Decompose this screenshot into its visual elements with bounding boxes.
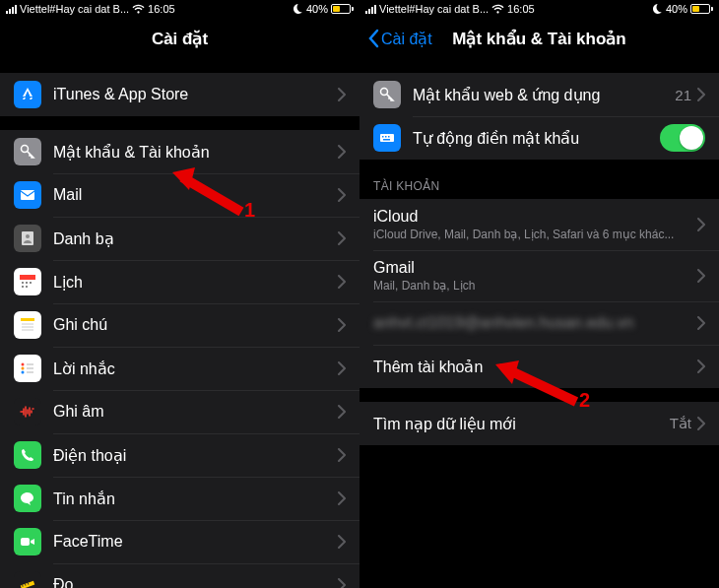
cell-account-custom[interactable]: anhvt.ct1019@anhvien.husan.edu.vn xyxy=(360,301,719,345)
settings-group-store: iTunes & App Store xyxy=(0,73,360,116)
cell-autofill-passwords[interactable]: Tự động điền mật khẩu xyxy=(360,116,719,160)
appstore-icon xyxy=(14,81,41,108)
cell-account-gmail[interactable]: Gmail Mail, Danh bạ, Lịch xyxy=(360,250,719,301)
svg-line-24 xyxy=(28,583,29,585)
cell-measure[interactable]: Đo xyxy=(0,563,360,588)
page-title: Cài đặt xyxy=(152,29,208,49)
cell-label: FaceTime xyxy=(53,533,338,551)
cell-messages[interactable]: Tin nhắn xyxy=(0,477,360,520)
cell-label: Mail xyxy=(53,186,338,204)
cell-subtitle: iCloud Drive, Mail, Danh bạ, Lịch, Safar… xyxy=(373,228,697,241)
key-icon xyxy=(373,81,401,108)
chevron-right-icon xyxy=(697,218,705,231)
svg-rect-10 xyxy=(21,318,34,321)
signal-icon xyxy=(365,5,376,14)
cell-mail[interactable]: Mail xyxy=(0,173,360,217)
battery-icon xyxy=(331,4,354,14)
group-password-settings: Mật khẩu web & ứng dụng 21 Tự động điền … xyxy=(360,73,719,160)
cell-notes[interactable]: Ghi chú xyxy=(0,303,360,347)
status-bar: Viettel#Hay cai dat B... 16:05 40% xyxy=(360,0,719,18)
cell-reminders[interactable]: Lời nhắc xyxy=(0,347,360,390)
chevron-right-icon xyxy=(338,448,346,462)
svg-rect-8 xyxy=(22,286,24,288)
chevron-right-icon xyxy=(338,491,346,505)
nav-bar: Cài đặt xyxy=(0,18,360,59)
cell-value: 21 xyxy=(675,87,691,103)
svg-point-0 xyxy=(22,146,29,153)
time-text: 16:05 xyxy=(148,3,175,15)
carrier-text: Viettel#Hay cai dat B... xyxy=(379,3,489,15)
chevron-right-icon xyxy=(697,316,705,330)
chevron-right-icon xyxy=(338,188,346,202)
svg-rect-1 xyxy=(21,190,34,200)
cell-passwords-accounts[interactable]: Mật khẩu & Tài khoản xyxy=(0,130,360,173)
svg-rect-4 xyxy=(20,275,35,280)
cell-phone[interactable]: Điện thoại xyxy=(0,433,360,477)
svg-line-23 xyxy=(25,584,26,586)
cell-voicememo[interactable]: Ghi âm xyxy=(0,390,360,433)
wifi-icon xyxy=(132,4,145,14)
cell-label: Tin nhắn xyxy=(53,490,338,508)
settings-group-main: Mật khẩu & Tài khoản Mail Danh bạ Lịch G… xyxy=(0,130,360,588)
svg-rect-30 xyxy=(383,139,390,141)
chevron-right-icon xyxy=(697,269,705,283)
cell-label: iTunes & App Store xyxy=(53,86,338,103)
cell-facetime[interactable]: FaceTime xyxy=(0,520,360,563)
battery-text: 40% xyxy=(666,3,687,15)
time-text: 16:05 xyxy=(507,3,535,15)
reminders-icon xyxy=(14,355,41,382)
dnd-icon xyxy=(294,4,303,14)
chevron-right-icon xyxy=(338,145,346,159)
svg-point-3 xyxy=(26,234,30,238)
cell-web-app-passwords[interactable]: Mật khẩu web & ứng dụng 21 xyxy=(360,73,719,116)
svg-point-14 xyxy=(22,363,25,366)
phone-icon xyxy=(14,441,41,469)
facetime-icon xyxy=(14,528,41,555)
back-button[interactable]: Cài đặt xyxy=(367,29,432,48)
svg-rect-5 xyxy=(22,282,24,284)
chevron-right-icon xyxy=(338,88,346,101)
cell-label: Danh bạ xyxy=(53,229,338,248)
cell-add-account[interactable]: Thêm tài khoản xyxy=(360,345,719,388)
svg-rect-29 xyxy=(388,136,390,138)
group-header: TÀI KHOẢN xyxy=(360,173,719,199)
back-label: Cài đặt xyxy=(381,30,432,48)
cell-value: Tắt xyxy=(670,415,691,432)
cell-subtitle: Mail, Danh bạ, Lịch xyxy=(373,279,697,293)
cell-label: Tìm nạp dữ liệu mới xyxy=(373,415,670,433)
svg-point-25 xyxy=(381,89,388,96)
chevron-right-icon xyxy=(338,318,346,332)
signal-icon xyxy=(6,5,17,14)
cell-label: iCloud xyxy=(373,208,697,226)
measure-icon xyxy=(14,571,41,588)
cell-fetch-new-data[interactable]: Tìm nạp dữ liệu mới Tắt xyxy=(360,402,719,445)
passwords-accounts-screen: Viettel#Hay cai dat B... 16:05 40% Cài đ… xyxy=(360,0,719,588)
page-title: Mật khẩu & Tài khoản xyxy=(452,29,625,49)
svg-rect-9 xyxy=(26,286,28,288)
cell-label: Mật khẩu & Tài khoản xyxy=(53,143,338,162)
chevron-right-icon xyxy=(338,361,346,375)
calendar-icon xyxy=(14,268,41,295)
notes-icon xyxy=(14,311,41,339)
cell-calendar[interactable]: Lịch xyxy=(0,260,360,303)
wifi-icon xyxy=(491,4,504,14)
contacts-icon xyxy=(14,225,41,252)
svg-point-16 xyxy=(22,371,25,374)
svg-point-15 xyxy=(22,367,25,370)
cell-label: Gmail xyxy=(373,259,697,277)
cell-contacts[interactable]: Danh bạ xyxy=(0,217,360,260)
svg-rect-20 xyxy=(21,538,30,546)
svg-rect-6 xyxy=(26,282,28,284)
svg-rect-26 xyxy=(380,134,394,142)
svg-rect-7 xyxy=(30,282,32,284)
keyboard-icon xyxy=(373,124,401,152)
chevron-right-icon xyxy=(697,359,705,373)
cell-label: anhvt.ct1019@anhvien.husan.edu.vn xyxy=(373,314,697,332)
cell-account-icloud[interactable]: iCloud iCloud Drive, Mail, Danh bạ, Lịch… xyxy=(360,199,719,250)
voicememo-icon xyxy=(14,398,41,425)
chevron-left-icon xyxy=(367,29,379,48)
svg-rect-27 xyxy=(382,136,384,138)
cell-itunes-appstore[interactable]: iTunes & App Store xyxy=(0,73,360,116)
cell-label: Ghi chú xyxy=(53,316,338,334)
autofill-toggle[interactable] xyxy=(660,124,705,152)
